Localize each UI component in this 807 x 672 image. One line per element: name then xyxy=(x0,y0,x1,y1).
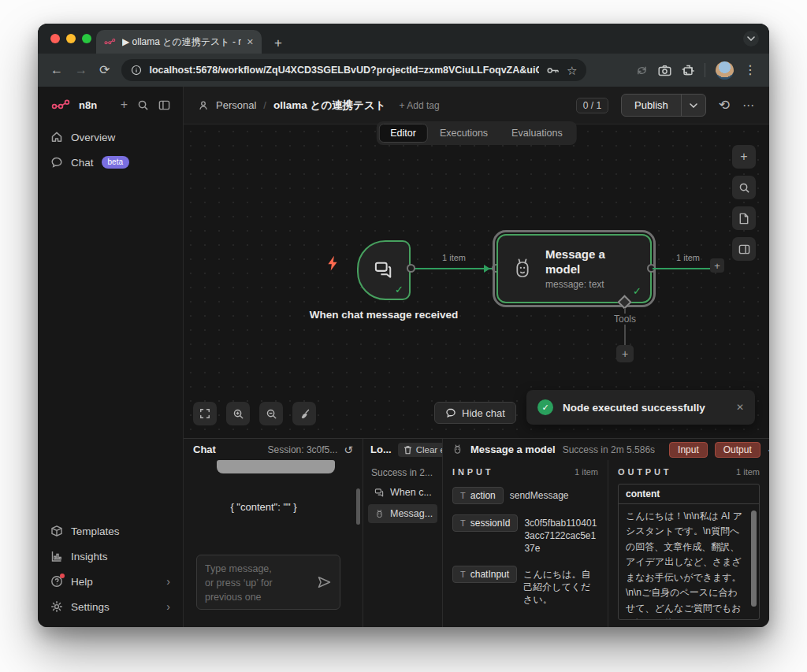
sidebar-item-label: Insights xyxy=(71,551,108,562)
field-pill-action[interactable]: T action xyxy=(452,487,504,504)
search-icon[interactable] xyxy=(137,99,149,111)
tab-evaluations[interactable]: Evaluations xyxy=(500,124,575,143)
output-toggle-button[interactable]: Output xyxy=(715,442,761,458)
output-scrollbar[interactable] xyxy=(751,510,757,607)
workflow-history-icon[interactable]: ⟲ xyxy=(719,98,730,112)
node-chat-trigger[interactable]: ✓ xyxy=(357,240,411,300)
collapse-sidebar-icon[interactable] xyxy=(158,99,170,111)
sidebar-item-chat[interactable]: Chat beta xyxy=(38,150,183,175)
close-window-button[interactable] xyxy=(50,34,60,43)
send-message-icon[interactable] xyxy=(317,576,332,588)
chat-bubbles-icon xyxy=(374,488,385,498)
new-tab-button[interactable]: + xyxy=(274,36,282,50)
hide-chat-button[interactable]: Hide chat xyxy=(434,402,516,424)
llama-icon xyxy=(374,509,385,519)
browser-toolbar: ← → ⟳ localhost:5678/workflow/ZqU4XCD3SG… xyxy=(38,54,769,87)
chat-scrollbar[interactable] xyxy=(356,488,360,525)
home-icon xyxy=(50,131,63,143)
clear-execution-button[interactable]: Clear ex... xyxy=(398,443,442,457)
bookmark-star-icon[interactable]: ☆ xyxy=(567,65,577,76)
field-pill-chatinput[interactable]: T chatInput xyxy=(452,566,517,583)
browser-tab-strip: ▶ ollama との連携テスト - n8n ✕ + xyxy=(38,24,769,54)
maximize-window-button[interactable] xyxy=(82,34,91,43)
n8n-app: n8n + Overview Chat beta xyxy=(38,87,769,627)
add-tool-button[interactable]: + xyxy=(616,345,634,362)
site-info-icon[interactable] xyxy=(131,65,142,76)
n8n-wordmark: n8n xyxy=(79,99,97,111)
browser-menu-icon[interactable]: ⋮ xyxy=(744,64,757,76)
toast-message: Node executed successfully xyxy=(563,402,727,414)
add-sticky-note-button[interactable] xyxy=(732,206,756,230)
log-item-trigger[interactable]: When c... xyxy=(368,483,437,502)
node-details-panel: Message a model Success in 2m 5.586s Inp… xyxy=(442,439,769,627)
chat-input-box[interactable] xyxy=(196,555,340,610)
tab-executions[interactable]: Executions xyxy=(428,124,500,143)
output-panel-title: OUTPUT xyxy=(618,467,671,477)
workflow-canvas[interactable]: Editor Executions Evaluations ✓ When cha… xyxy=(184,124,769,438)
notification-dot xyxy=(60,574,65,578)
reload-button[interactable]: ⟳ xyxy=(99,64,110,76)
sidebar-item-templates[interactable]: Templates xyxy=(38,518,183,544)
details-node-name: Message a model xyxy=(470,444,556,455)
view-tabs: Editor Executions Evaluations xyxy=(376,121,576,145)
publish-button[interactable]: Publish xyxy=(622,95,681,116)
fit-view-button[interactable] xyxy=(193,402,217,425)
details-menu-icon[interactable]: ⋯ xyxy=(768,444,769,456)
back-button[interactable]: ← xyxy=(50,64,63,76)
tab-search-button[interactable] xyxy=(743,31,759,46)
logs-panel-title: Lo... xyxy=(370,444,392,455)
screenshot-camera-icon[interactable] xyxy=(658,65,671,76)
sidebar-item-settings[interactable]: Settings › xyxy=(38,594,183,619)
node-message-a-model[interactable]: Message a model message: text ✓ xyxy=(496,234,652,303)
add-node-button[interactable]: + xyxy=(732,145,756,169)
chat-message-input[interactable] xyxy=(205,562,312,603)
sidebar-item-label: Chat xyxy=(71,157,94,169)
workflow-title[interactable]: ollama との連携テスト xyxy=(273,98,386,113)
field-value: 3c0f5fbab1104013acc7122cac5e137e xyxy=(524,514,598,555)
tidy-up-broom-button[interactable] xyxy=(292,402,316,425)
workflow-menu-icon[interactable]: ⋯ xyxy=(742,98,755,113)
chat-bubbles-icon xyxy=(374,260,394,280)
profile-avatar[interactable] xyxy=(716,61,734,80)
sidebar-item-insights[interactable]: Insights xyxy=(38,544,183,569)
add-node-plus-button[interactable]: + xyxy=(710,258,724,273)
minimize-window-button[interactable] xyxy=(66,34,76,43)
address-bar[interactable]: localhost:5678/workflow/ZqU4XCD3SGELBvUD… xyxy=(121,59,586,81)
chat-message-list[interactable]: { "content": "" } xyxy=(184,460,363,627)
canvas-right-toolbar: + xyxy=(732,145,756,261)
new-workflow-button[interactable]: + xyxy=(121,98,128,112)
input-toggle-button[interactable]: Input xyxy=(669,442,708,458)
zoom-in-button[interactable] xyxy=(226,402,250,425)
edge-items-label: 1 item xyxy=(664,253,712,262)
extension-refresh-icon[interactable] xyxy=(636,65,648,76)
tab-editor[interactable]: Editor xyxy=(378,124,428,143)
chat-session-id[interactable]: Session: 3c0f5... xyxy=(268,444,338,455)
publish-dropdown-button[interactable] xyxy=(681,95,705,116)
zoom-out-button[interactable] xyxy=(259,402,283,425)
workflow-header: Personal / ollama との連携テスト + Add tag 0 / … xyxy=(184,87,769,124)
search-nodes-button[interactable] xyxy=(732,176,756,199)
connection-edge xyxy=(653,268,716,269)
sidebar-item-overview[interactable]: Overview xyxy=(38,124,183,150)
log-item-model[interactable]: Messag... xyxy=(368,504,437,523)
sidebar: n8n + Overview Chat beta xyxy=(38,87,184,627)
extensions-puzzle-icon[interactable] xyxy=(682,64,694,76)
sidebar-item-help[interactable]: Help › xyxy=(38,569,183,594)
add-tag-button[interactable]: + Add tag xyxy=(400,100,440,111)
breadcrumb-project[interactable]: Personal xyxy=(216,99,256,111)
field-pill-sessionid[interactable]: T sessionId xyxy=(452,514,518,532)
person-icon xyxy=(198,100,209,111)
reset-session-icon[interactable]: ↺ xyxy=(344,444,353,456)
field-key: chatInput xyxy=(470,569,509,580)
browser-tab[interactable]: ▶ ollama との連携テスト - n8n ✕ xyxy=(96,30,262,54)
log-item-label: Messag... xyxy=(390,508,433,519)
chat-bubble-icon xyxy=(445,407,456,418)
toggle-panel-button[interactable] xyxy=(732,237,756,261)
output-connector[interactable] xyxy=(407,264,415,273)
hide-chat-label: Hide chat xyxy=(462,407,505,419)
forward-button[interactable]: → xyxy=(75,64,87,76)
password-key-icon[interactable] xyxy=(546,65,560,76)
input-field-row: T sessionId 3c0f5fbab1104013acc7122cac5e… xyxy=(452,514,598,555)
toast-close-icon[interactable]: ✕ xyxy=(736,402,744,413)
tab-close-icon[interactable]: ✕ xyxy=(247,37,254,47)
